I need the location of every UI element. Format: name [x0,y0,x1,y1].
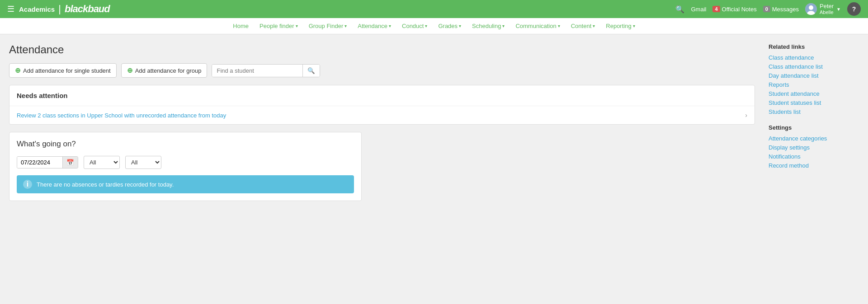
nav-communication[interactable]: Communication ▾ [511,18,564,34]
nav-scheduling-label: Scheduling [472,23,501,29]
date-input[interactable] [17,157,62,168]
nav-group-finder[interactable]: Group Finder ▾ [304,18,352,34]
calendar-button[interactable]: 📅 [62,157,78,168]
attendance-caret: ▾ [389,23,391,28]
list-item: Student attendance [769,90,859,97]
info-icon: i [23,180,32,189]
related-links-title: Related links [769,43,859,50]
add-group-plus-icon: ⊕ [127,66,133,75]
filter1-select[interactable]: All [84,156,120,169]
nav-content[interactable]: Content ▾ [566,18,600,34]
info-alert-text: There are no absences or tardies recorde… [37,181,174,188]
official-notes-badge: 4 [712,6,720,12]
hamburger-menu[interactable]: ☰ [7,4,14,14]
student-search-button[interactable]: 🔍 [302,65,320,77]
official-notes-btn[interactable]: 4 Official Notes [712,6,756,13]
list-item: Reports [769,81,859,88]
settings-link-attendance-categories[interactable]: Attendance categories [769,135,827,142]
needs-attention-body: Review 2 class sections in Upper School … [9,106,755,124]
communication-caret: ▾ [558,23,560,28]
list-item: Class attendance list [769,63,859,70]
blackbaud-logo: blackbaud [65,3,110,15]
list-item: Display settings [769,144,859,151]
avatar [805,3,817,15]
nav-conduct[interactable]: Conduct ▾ [397,18,432,34]
top-bar-left: ☰ Academics | blackbaud [7,3,110,15]
nav-content-label: Content [571,23,592,29]
top-bar: ☰ Academics | blackbaud 🔍 Gmail 4 Offici… [0,0,868,18]
related-link-reports[interactable]: Reports [769,81,789,88]
nav-people-finder-label: People finder [259,23,294,29]
svg-point-1 [809,5,813,10]
add-single-label: Add attendance for single student [23,67,111,74]
nav-attendance-label: Attendance [358,23,387,29]
related-link-class-attendance[interactable]: Class attendance [769,54,814,61]
nav-grades[interactable]: Grades ▾ [434,18,466,34]
needs-attention-header: Needs attention [9,85,755,106]
messages-badge: 0 [763,6,770,12]
nav-people-finder[interactable]: People finder ▾ [255,18,302,34]
messages-btn[interactable]: 0 Messages [763,6,799,13]
settings-link-notifications[interactable]: Notifications [769,153,801,160]
settings-links-list: Attendance categories Display settings N… [769,135,859,169]
conduct-caret: ▾ [425,23,427,28]
student-search-field: 🔍 [212,64,320,77]
main-content: Attendance ⊕ Add attendance for single s… [0,34,868,210]
add-single-student-button[interactable]: ⊕ Add attendance for single student [9,63,117,78]
related-link-student-statuses-list[interactable]: Student statuses list [769,99,821,106]
nav-scheduling[interactable]: Scheduling ▾ [467,18,509,34]
top-bar-right: 🔍 Gmail 4 Official Notes 0 Messages Pete… [675,2,861,16]
related-link-student-attendance[interactable]: Student attendance [769,90,820,97]
filter2-select[interactable]: All [125,156,161,169]
add-group-button[interactable]: ⊕ Add attendance for group [121,63,208,78]
user-menu[interactable]: Peter Abelle ▼ [805,3,841,16]
nav-reporting[interactable]: Reporting ▾ [601,18,639,34]
scheduling-caret: ▾ [502,23,505,28]
reporting-caret: ▾ [633,23,635,28]
whats-going-on-panel: What's going on? 📅 All All i There are n… [9,132,362,201]
search-icon: 🔍 [307,67,315,74]
list-item: Class attendance [769,54,859,61]
brand: Academics | blackbaud [19,3,110,15]
needs-attention-panel: Needs attention Review 2 class sections … [9,85,755,125]
nav-attendance[interactable]: Attendance ▾ [353,18,396,34]
help-button[interactable]: ? [847,2,861,16]
needs-attention-chevron: › [745,112,747,119]
settings-title: Settings [769,124,859,131]
action-bar: ⊕ Add attendance for single student ⊕ Ad… [9,63,755,78]
brand-divider: | [58,3,61,15]
gmail-link[interactable]: Gmail [691,6,706,13]
whats-going-on-title: What's going on? [17,140,354,149]
settings-link-record-method[interactable]: Record method [769,162,809,169]
date-field: 📅 [17,156,78,168]
info-alert: i There are no absences or tardies recor… [17,175,354,193]
list-item: Record method [769,162,859,169]
search-icon[interactable]: 🔍 [675,5,684,14]
settings-link-display-settings[interactable]: Display settings [769,144,810,151]
sidebar: Related links Class attendance Class att… [769,43,859,201]
user-name: Peter Abelle [820,3,834,16]
messages-label: Messages [772,6,799,13]
needs-attention-link[interactable]: Review 2 class sections in Upper School … [17,112,226,119]
related-link-students-list[interactable]: Students list [769,108,801,115]
academics-label: Academics [19,5,55,13]
related-link-class-attendance-list[interactable]: Class attendance list [769,63,823,70]
content-caret: ▾ [593,23,595,28]
official-notes-label: Official Notes [722,6,757,13]
group-finder-caret: ▾ [344,23,347,28]
list-item: Notifications [769,153,859,160]
nav-home[interactable]: Home [228,18,253,34]
user-menu-chevron: ▼ [836,7,841,12]
calendar-icon: 📅 [66,159,74,166]
nav-home-label: Home [233,23,249,29]
list-item: Students list [769,108,859,115]
content-area: Attendance ⊕ Add attendance for single s… [9,43,755,201]
list-item: Attendance categories [769,135,859,142]
related-links-list: Class attendance Class attendance list D… [769,54,859,115]
list-item: Student statuses list [769,99,859,106]
related-link-day-attendance-list[interactable]: Day attendance list [769,72,819,79]
nav-reporting-label: Reporting [606,23,631,29]
student-search-input[interactable] [212,65,302,77]
page-title: Attendance [9,43,755,56]
nav-grades-label: Grades [438,23,458,29]
